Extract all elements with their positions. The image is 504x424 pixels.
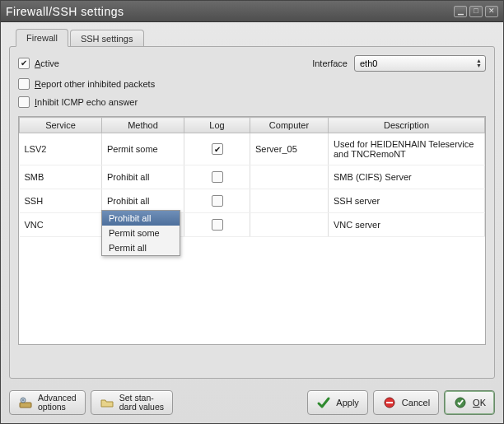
folder-icon bbox=[100, 395, 114, 410]
log-checkbox[interactable] bbox=[212, 195, 223, 207]
svg-point-2 bbox=[22, 399, 24, 401]
interface-select[interactable]: eth0 ▲▼ bbox=[354, 55, 486, 72]
cell-log[interactable] bbox=[184, 165, 250, 189]
maximize-button[interactable]: □ bbox=[469, 6, 483, 17]
apply-button[interactable]: Apply bbox=[307, 390, 368, 415]
cell-computer[interactable] bbox=[250, 189, 329, 213]
col-computer[interactable]: Computer bbox=[250, 118, 329, 133]
row-active: Active Interface eth0 ▲▼ bbox=[18, 55, 486, 72]
table-row[interactable]: VNC VNC server bbox=[20, 213, 485, 237]
svg-rect-0 bbox=[20, 403, 31, 408]
rules-table: Service Method Log Computer Description … bbox=[18, 116, 486, 345]
content: Firewall SSH settings Active Interface e… bbox=[1, 22, 503, 384]
tab-bar: Firewall SSH settings bbox=[9, 29, 495, 47]
cell-service: VNC bbox=[20, 213, 102, 237]
table-row[interactable]: LSV2 Permit some Server_05 Used for HEID… bbox=[20, 133, 485, 165]
cell-log[interactable] bbox=[184, 213, 250, 237]
col-method[interactable]: Method bbox=[102, 118, 184, 133]
cell-service: LSV2 bbox=[20, 133, 102, 165]
inhibit-label: Inhibit ICMP echo answer bbox=[35, 97, 138, 107]
ok-button[interactable]: OK bbox=[444, 390, 495, 415]
col-description[interactable]: Description bbox=[329, 118, 485, 133]
check-icon bbox=[316, 395, 331, 410]
cell-description: SSH server bbox=[329, 189, 485, 213]
row-report: Report other inhibited packets bbox=[18, 78, 486, 90]
col-log[interactable]: Log bbox=[184, 118, 250, 133]
log-checkbox[interactable] bbox=[212, 171, 223, 183]
log-checkbox[interactable] bbox=[212, 143, 223, 155]
table-header-row: Service Method Log Computer Description bbox=[20, 118, 485, 133]
tab-ssh-settings[interactable]: SSH settings bbox=[70, 30, 144, 47]
set-standard-values-label: Set stan-dard values bbox=[119, 394, 164, 412]
cancel-icon bbox=[382, 395, 397, 410]
advanced-options-label: Advancedoptions bbox=[38, 394, 77, 412]
cell-service: SSH bbox=[20, 189, 102, 213]
dropdown-item-prohibit-all[interactable]: Prohibit all bbox=[102, 211, 180, 226]
cell-log[interactable] bbox=[184, 189, 250, 213]
svg-rect-4 bbox=[386, 402, 393, 403]
table-row[interactable]: SSH Prohibit all SSH server bbox=[20, 189, 485, 213]
cell-computer[interactable] bbox=[250, 165, 329, 189]
cell-log[interactable] bbox=[184, 133, 250, 165]
active-label: Active bbox=[35, 58, 59, 68]
method-dropdown[interactable]: Prohibit all Permit some Permit all bbox=[101, 210, 180, 256]
cell-description: Used for HEIDENHAIN Teleservice and TNCR… bbox=[329, 133, 485, 165]
interface-label: Interface bbox=[312, 58, 348, 68]
cell-computer[interactable] bbox=[250, 213, 329, 237]
interface-value: eth0 bbox=[360, 58, 377, 68]
log-checkbox[interactable] bbox=[212, 219, 223, 231]
firewall-panel: Active Interface eth0 ▲▼ Report other in… bbox=[9, 46, 495, 379]
tab-firewall[interactable]: Firewall bbox=[16, 29, 68, 47]
advanced-options-button[interactable]: Advancedoptions bbox=[9, 390, 86, 415]
gear-icon bbox=[18, 395, 33, 410]
set-standard-values-button[interactable]: Set stan-dard values bbox=[91, 390, 173, 415]
interface-row: Interface eth0 ▲▼ bbox=[312, 55, 486, 72]
row-inhibit: Inhibit ICMP echo answer bbox=[18, 96, 486, 108]
footer: Advancedoptions Set stan-dard values App… bbox=[1, 384, 503, 423]
minimize-button[interactable]: ▁ bbox=[454, 6, 467, 17]
dropdown-item-permit-some[interactable]: Permit some bbox=[102, 226, 180, 240]
cell-method[interactable]: Prohibit all bbox=[102, 165, 184, 189]
report-label: Report other inhibited packets bbox=[35, 79, 155, 89]
cancel-label: Cancel bbox=[402, 398, 430, 408]
cell-description: SMB (CIFS) Server bbox=[329, 165, 485, 189]
close-button[interactable]: ✕ bbox=[485, 6, 498, 17]
table-row[interactable]: SMB Prohibit all SMB (CIFS) Server bbox=[20, 165, 485, 189]
inhibit-checkbox[interactable] bbox=[18, 96, 30, 108]
titlebar-buttons: ▁ □ ✕ bbox=[454, 6, 498, 17]
dropdown-item-permit-all[interactable]: Permit all bbox=[102, 240, 180, 255]
report-checkbox[interactable] bbox=[18, 78, 30, 90]
window: Firewall/SSH settings ▁ □ ✕ Firewall SSH… bbox=[0, 0, 504, 424]
cell-computer[interactable]: Server_05 bbox=[250, 133, 329, 165]
ok-icon bbox=[453, 395, 468, 410]
ok-label: OK bbox=[473, 398, 486, 408]
cell-method[interactable]: Permit some bbox=[102, 133, 184, 165]
cancel-button[interactable]: Cancel bbox=[373, 390, 439, 415]
titlebar: Firewall/SSH settings ▁ □ ✕ bbox=[1, 1, 503, 22]
cell-service: SMB bbox=[20, 165, 102, 189]
window-title: Firewall/SSH settings bbox=[6, 5, 454, 18]
apply-label: Apply bbox=[336, 398, 359, 408]
active-checkbox[interactable] bbox=[18, 58, 30, 69]
cell-description: VNC server bbox=[329, 213, 485, 237]
spinner-icon: ▲▼ bbox=[476, 58, 482, 68]
col-service[interactable]: Service bbox=[20, 118, 102, 133]
